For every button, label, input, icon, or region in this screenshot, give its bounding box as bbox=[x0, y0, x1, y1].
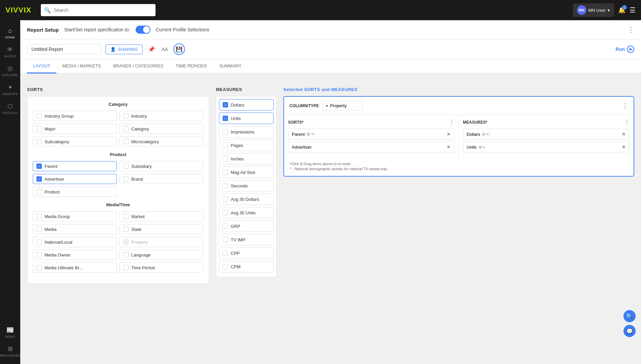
sort-subcategory[interactable]: Subcategory bbox=[33, 136, 117, 147]
report-header: Report Setup Start/Set report specificat… bbox=[20, 20, 641, 39]
sorts-section-more-button[interactable]: ⋮ bbox=[449, 119, 454, 125]
sort-state[interactable]: State bbox=[119, 224, 203, 234]
sort-media[interactable]: Media bbox=[33, 224, 117, 234]
news-icon: 📰 bbox=[6, 326, 14, 334]
font-size-button[interactable]: AA bbox=[160, 45, 169, 53]
sidebar-item-watch[interactable]: 👁 WATCH bbox=[1, 43, 19, 61]
selected-column: Selected SORTS and MEASURES COLUMN/TYPE … bbox=[283, 87, 634, 284]
measure-pages[interactable]: Pages bbox=[219, 140, 274, 151]
sort-media-group[interactable]: Media Group bbox=[33, 211, 117, 221]
sort-microcategory[interactable]: Microcategory bbox=[119, 136, 203, 147]
sort-industry-group[interactable]: Industry Group bbox=[33, 111, 117, 121]
header-more-button[interactable]: ⋮ bbox=[628, 26, 634, 34]
sidebar-item-label: RESOURCES bbox=[0, 354, 21, 357]
sidebar-item-news[interactable]: 📰 NEWS bbox=[1, 324, 19, 341]
sort-category[interactable]: Category bbox=[119, 124, 203, 134]
measure-inches[interactable]: Inches bbox=[219, 153, 274, 164]
measures-title: MEASURES bbox=[216, 87, 277, 92]
sort-property[interactable]: Property bbox=[119, 237, 203, 247]
remove-dollars-measure-button[interactable]: ✕ bbox=[622, 131, 626, 137]
sort-language[interactable]: Language bbox=[119, 250, 203, 260]
report-name-input[interactable] bbox=[27, 44, 101, 54]
run-label: Run bbox=[616, 47, 625, 52]
measures-box: ✓ Dollars ✓ Units Impressions Pages bbox=[216, 96, 277, 277]
sort-major[interactable]: Major bbox=[33, 124, 117, 134]
measure-seconds[interactable]: Seconds bbox=[219, 180, 274, 191]
sort-media-owner[interactable]: Media Owner bbox=[33, 250, 117, 260]
sort-brand[interactable]: Brand bbox=[119, 174, 203, 184]
search-help-button[interactable]: 🔍 bbox=[623, 310, 636, 322]
sort-industry[interactable]: Industry bbox=[119, 111, 203, 121]
cb-measure-grp bbox=[223, 223, 228, 229]
sort-bars-icon[interactable]: ✏ bbox=[311, 132, 315, 136]
sort-media-ultimate-br[interactable]: Media Ultimate Br... bbox=[33, 263, 117, 273]
sidebar-item-focus-ai[interactable]: ⬡ FOCUS AI bbox=[1, 100, 19, 117]
cb-industry bbox=[123, 113, 129, 119]
chat-help-button[interactable]: 💬 bbox=[623, 325, 636, 337]
dollars-chart-icon[interactable]: ⁄ bbox=[490, 132, 490, 136]
sort-time-period[interactable]: Time Period bbox=[119, 263, 203, 273]
sort-table-icon[interactable]: ⊞ bbox=[307, 132, 310, 136]
measure-grp[interactable]: GRP bbox=[219, 220, 274, 232]
selected-sort-advertiser-label: Advertiser bbox=[292, 145, 312, 150]
tab-media-markets[interactable]: MEDIA / MARKETS bbox=[56, 59, 107, 73]
tab-time-periods[interactable]: TIME PERIODS bbox=[170, 59, 213, 73]
tab-layout[interactable]: LAYOUT bbox=[27, 59, 56, 73]
column-type-select[interactable]: ▾ Property bbox=[322, 101, 363, 111]
sharing-button[interactable]: 👤 SHARING bbox=[105, 44, 143, 54]
dollars-grid-icon[interactable]: ⊞ bbox=[482, 132, 485, 136]
cb-state bbox=[123, 226, 129, 232]
user-menu-button[interactable]: MN MN User ▾ bbox=[573, 3, 614, 17]
measure-tv-imp[interactable]: TV IMP bbox=[219, 234, 274, 245]
cb-measure-cpp bbox=[223, 250, 228, 256]
measures-section-header: MEASURES* ⋮ bbox=[463, 119, 630, 125]
sort-national-local[interactable]: National/Local bbox=[33, 237, 117, 247]
cb-media-ultimate-br bbox=[36, 265, 42, 270]
measures-section-more-button[interactable]: ⋮ bbox=[624, 119, 630, 125]
sidebar-item-label: HOME bbox=[5, 36, 15, 39]
footnote-1: *Click & Drag items above to re-order bbox=[289, 162, 628, 166]
cb-media bbox=[36, 226, 42, 232]
pin-button[interactable]: 📌 bbox=[147, 45, 156, 54]
measure-avg-30-units[interactable]: Avg 30 Units bbox=[219, 207, 274, 218]
remove-advertiser-sort-button[interactable]: ✕ bbox=[447, 144, 451, 150]
remove-units-measure-button[interactable]: ✕ bbox=[622, 144, 626, 150]
sidebar-item-resources[interactable]: ⊞ RESOURCES bbox=[1, 342, 19, 360]
main-content: Report Setup Start/Set report specificat… bbox=[20, 20, 641, 364]
save-button[interactable]: 💾 bbox=[173, 43, 185, 55]
hamburger-menu-button[interactable]: ☰ bbox=[630, 6, 636, 14]
measure-cpm[interactable]: CPM bbox=[219, 261, 274, 272]
measure-units[interactable]: ✓ Units bbox=[219, 113, 274, 124]
units-grid-icon[interactable]: ⊞ bbox=[479, 145, 482, 149]
sort-market[interactable]: Market bbox=[119, 211, 203, 221]
notification-button[interactable]: 🔔 1 bbox=[618, 6, 625, 14]
measure-avg-30-dollars[interactable]: Avg 30 Dollars bbox=[219, 193, 274, 205]
sort-advertiser[interactable]: ✓ Advertiser bbox=[33, 174, 117, 184]
search-input[interactable] bbox=[54, 7, 152, 13]
remove-parent-sort-button[interactable]: ✕ bbox=[447, 131, 451, 137]
units-list-icon[interactable]: ≡ bbox=[483, 145, 485, 149]
sidebar-item-home[interactable]: ⌂ HOME bbox=[1, 24, 19, 42]
search-bar: 🔍 bbox=[41, 4, 156, 16]
selected-box: COLUMN/TYPE ▾ Property ⋮ SORTS* ⋮ bbox=[283, 96, 634, 177]
dollars-list-icon[interactable]: ≡ bbox=[486, 132, 488, 136]
sidebar-item-explore[interactable]: ◎ EXPLORE bbox=[1, 62, 19, 80]
sort-subsidiary[interactable]: Subsidiary bbox=[119, 161, 203, 171]
selected-sorts-panel: SORTS* ⋮ Parent ⊞ ✏ ✕ bbox=[284, 115, 459, 158]
tabs: LAYOUT MEDIA / MARKETS BRANDS / CATEGORI… bbox=[20, 59, 641, 73]
measure-dollars[interactable]: ✓ Dollars bbox=[219, 99, 274, 111]
measure-cpp[interactable]: CPP bbox=[219, 247, 274, 259]
cb-measure-cpm bbox=[223, 264, 228, 269]
tab-summary[interactable]: SUMMARY bbox=[213, 59, 248, 73]
measure-impressions[interactable]: Impressions bbox=[219, 126, 274, 138]
tab-brands-categories[interactable]: BRANDS / CATEGORIES bbox=[107, 59, 169, 73]
selected-more-button[interactable]: ⋮ bbox=[622, 102, 628, 110]
sidebar-item-insights[interactable]: ✦ INSIGHTS bbox=[1, 81, 19, 98]
run-button[interactable]: Run ➤ bbox=[616, 46, 634, 53]
measure-mag-ad-size[interactable]: Mag Ad Size bbox=[219, 166, 274, 178]
cb-measure-dollars: ✓ bbox=[223, 102, 228, 108]
sort-product[interactable]: Product bbox=[33, 187, 117, 197]
avatar: MN bbox=[577, 5, 586, 15]
profile-toggle[interactable] bbox=[136, 26, 150, 34]
sort-parent[interactable]: ✓ Parent bbox=[33, 161, 117, 171]
